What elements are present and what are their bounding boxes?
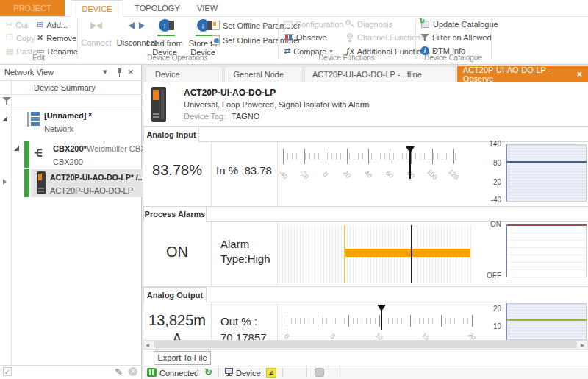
process-alarm-detail: Alarm Type:High — [220, 237, 275, 266]
online-state-bar — [24, 169, 29, 197]
process-alarm-value: ON — [143, 244, 211, 261]
channel-functions-button[interactable]: Channel Functions — [345, 33, 425, 42]
section-divider — [207, 221, 588, 222]
tab-general-node-info[interactable]: General Node Info — [224, 66, 303, 82]
diagnosis-button[interactable]: Diagnosis — [345, 20, 392, 29]
connection-plug-icon — [147, 368, 157, 377]
summary-header-divider — [0, 94, 142, 95]
gauge-major-tick — [441, 315, 442, 327]
document-tab-bar: Device Catalogue General Node Info ACT20… — [146, 66, 588, 82]
tab-observe-active[interactable]: ACT20P-UI-AO-DO-LP - Observe × — [457, 66, 588, 82]
application-window: PROJECT DEVICE TOPOLOGY VIEW ✂Cut ❐Copy … — [0, 0, 588, 379]
close-panel-icon[interactable]: × — [128, 66, 134, 77]
device-tag-value: TAGNO — [232, 112, 259, 121]
filter-on-allowed-button[interactable]: Filter on Allowed — [420, 33, 492, 42]
process-alarm-trend-line — [507, 224, 587, 226]
tab-offline-parameter[interactable]: ACT20P-UI-AO-DO-LP -...fline Parameter — [304, 66, 456, 82]
statusbar-separator — [306, 368, 307, 377]
gauge-major-tick — [347, 149, 348, 164]
ribbon-tab-view[interactable]: VIEW — [191, 0, 223, 16]
configuration-button[interactable]: Configuration — [284, 20, 343, 29]
diagnosis-icon — [345, 20, 354, 29]
usb-icon: Ψ — [32, 148, 45, 157]
analog-output-row: 13,825m A Out % : 70.17857 0 5 10 15 20 … — [143, 302, 588, 340]
group-separator — [491, 18, 492, 60]
network-view-title: Network View — [4, 68, 54, 77]
connect-button[interactable]: Connect — [79, 19, 113, 47]
expander-icon[interactable] — [14, 146, 19, 151]
row-divider — [143, 206, 588, 207]
panel-chevron-icon[interactable]: ▾ — [103, 67, 107, 77]
device-functions-group-label: Device Functions — [278, 54, 415, 62]
gauge-major-tick — [326, 149, 326, 164]
tree-filter-icon[interactable] — [2, 96, 11, 105]
analog-input-trend-chart — [506, 144, 587, 202]
update-catalogue-icon: ↻ — [420, 20, 430, 29]
filter-icon — [420, 33, 429, 42]
gauge-pointer-stem — [409, 146, 411, 179]
tab-close-icon[interactable]: × — [577, 69, 582, 79]
clear-filter-icon[interactable]: × — [129, 367, 137, 376]
section-tab-analog-output[interactable]: Analog Output — [143, 287, 207, 302]
device-summary-header[interactable]: Device Summary — [34, 83, 96, 92]
gauge-major-tick — [348, 315, 349, 327]
copy-button[interactable]: ❐Copy — [6, 33, 35, 43]
configuration-icon — [284, 21, 293, 28]
analog-input-value: 83.78% — [143, 162, 211, 179]
analog-output-trend-line — [507, 319, 587, 321]
device-operations-group-label: Device Operations — [77, 54, 278, 62]
pin-icon[interactable] — [116, 68, 123, 77]
cut-button[interactable]: ✂Cut — [6, 20, 28, 29]
expander-icon[interactable] — [2, 116, 7, 121]
add-button[interactable]: ⊞Add... — [37, 20, 68, 29]
cell-divider — [211, 302, 212, 340]
device-tag-label: Device Tag: — [184, 112, 226, 121]
tree-item-name: CBX200* — [53, 144, 87, 153]
gauge-major-tick — [304, 149, 305, 164]
not-equal-badge-icon: ≠ — [266, 368, 276, 378]
gauge-major-tick — [410, 315, 411, 327]
analog-output-value: 13,825m — [143, 312, 211, 329]
remove-button[interactable]: ✕Remove — [37, 33, 76, 43]
refresh-icon[interactable]: ↻ — [204, 366, 212, 378]
device-image — [151, 87, 166, 122]
analog-input-detail: In % :83.78 — [211, 164, 277, 177]
check-icon[interactable]: ✓ — [3, 367, 12, 376]
analog-output-unit: A — [143, 330, 211, 340]
scroll-right-icon[interactable]: ▸ — [581, 341, 584, 349]
chart-axis-label: -40 — [472, 196, 501, 204]
statusbar-separator — [337, 368, 337, 377]
tab-device-catalogue[interactable]: Device Catalogue — [146, 66, 223, 82]
ribbon-tab-project[interactable]: PROJECT — [0, 0, 65, 16]
section-tab-process-alarms[interactable]: Process Alarms — [143, 206, 207, 222]
channel-functions-icon — [345, 33, 354, 42]
load-from-device-button[interactable]: ↑ Load from Device — [146, 19, 184, 57]
section-divider — [199, 141, 588, 142]
tree-item-sub: Network — [44, 124, 74, 133]
network-icon — [26, 111, 40, 127]
tree-item-name: [Unnamed] * — [44, 111, 92, 120]
update-catalogue-button[interactable]: ↻ Update Catalogue — [420, 20, 498, 29]
connection-status-text: Connected — [159, 369, 198, 378]
status-device-text: Device — [236, 369, 261, 378]
gauge-major-tick — [287, 315, 287, 327]
scroll-left-icon[interactable]: ◂ — [146, 341, 149, 349]
ribbon-tab-topology[interactable]: TOPOLOGY — [129, 0, 185, 16]
observe-icon — [284, 34, 293, 41]
expander-icon[interactable] — [3, 179, 7, 185]
ribbon-tab-device[interactable]: DEVICE — [71, 0, 123, 17]
export-to-file-button[interactable]: Export To File — [154, 351, 211, 365]
device-header-divider — [143, 126, 588, 127]
chart-axis-label: ON — [472, 220, 501, 228]
observe-button[interactable]: Observe — [284, 33, 327, 42]
analog-output-detail-label: Out % : — [220, 315, 257, 327]
memory-status-icon — [315, 368, 324, 377]
set-online-parameter-icon — [212, 35, 220, 45]
section-tab-analog-input[interactable]: Analog Input — [143, 127, 199, 142]
connect-icon — [90, 19, 102, 32]
row-divider — [143, 286, 588, 287]
pencil-icon[interactable]: ✎ — [115, 366, 123, 378]
gauge-major-tick — [318, 315, 318, 327]
gauge-scale-label: 5 — [324, 327, 342, 340]
scrollbar-thumb[interactable] — [154, 341, 577, 348]
